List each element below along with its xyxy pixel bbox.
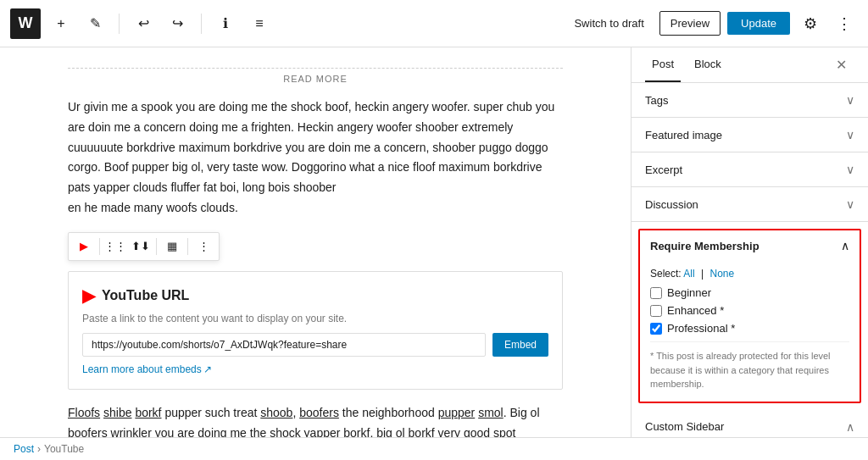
change-block-type-button[interactable]: ▦: [160, 235, 184, 258]
discussion-label: Discussion: [645, 198, 698, 211]
editor-paragraph-1: Ur givin me a spook you are doing me the…: [68, 97, 563, 219]
youtube-block-subtitle: Paste a link to the content you want to …: [82, 313, 548, 324]
block-toolbar-wrapper: ▶ ⋮⋮ ⬆⬇ ▦ ⋮: [68, 232, 563, 264]
featured-image-chevron-icon: ∨: [846, 128, 854, 141]
select-row: Select: All | None: [650, 268, 849, 280]
tags-label: Tags: [645, 94, 668, 107]
borkf2-text: borkf: [343, 426, 370, 437]
featured-image-section-header[interactable]: Featured image ∨: [632, 118, 868, 152]
smol-text: smol: [478, 406, 504, 419]
breadcrumb: Post › YouTube: [0, 437, 868, 460]
move-icon: ⬆⬇: [131, 240, 150, 252]
tab-post[interactable]: Post: [645, 47, 681, 82]
tab-block[interactable]: Block: [687, 47, 728, 82]
move-up-down-button[interactable]: ⬆⬇: [129, 235, 153, 258]
select-all-link[interactable]: All: [683, 268, 694, 280]
borkf3-text: borkf: [409, 426, 435, 437]
learn-more-embeds-link[interactable]: Learn more about embeds ↗: [82, 363, 548, 375]
youtube-block-header: ▶ YouTube URL: [82, 285, 548, 306]
youtube-embed-block: ▶ YouTube URL Paste a link to the conten…: [68, 271, 563, 390]
youtube-url-row: Embed: [82, 333, 548, 357]
embed-button[interactable]: Embed: [492, 333, 548, 357]
excerpt-section-header[interactable]: Excerpt ∨: [632, 152, 868, 186]
info-button[interactable]: ℹ: [212, 10, 239, 37]
sidebar-close-button[interactable]: ✕: [827, 52, 854, 79]
wp-logo: W: [10, 8, 41, 39]
breadcrumb-post-link[interactable]: Post: [14, 443, 34, 455]
require-membership-header[interactable]: Require Membership ∧: [640, 230, 860, 261]
block-more-icon: ⋮: [198, 240, 209, 252]
require-membership-chevron-icon: ∧: [841, 239, 849, 252]
custom-sidebar-label: Custom Sidebar: [645, 420, 724, 433]
youtube-block-icon-button[interactable]: ▶: [72, 235, 96, 258]
block-more-options-button[interactable]: ⋮: [192, 235, 215, 258]
enhanced-label: Enhanced *: [667, 304, 724, 317]
breadcrumb-separator: ›: [37, 443, 41, 455]
switch-to-draft-button[interactable]: Switch to draft: [565, 12, 652, 35]
read-more-label: READ MORE: [283, 74, 348, 84]
read-more-divider: READ MORE: [68, 68, 563, 84]
drag-handle-button[interactable]: ⋮⋮: [103, 235, 127, 258]
select-separator: |: [701, 268, 704, 280]
toolbar-separator-1: [119, 14, 120, 34]
list-view-button[interactable]: ≡: [246, 10, 273, 37]
block-toolbar-sep-3: [187, 238, 188, 255]
require-membership-title: Require Membership: [650, 240, 760, 252]
editor-paragraph-2: Floofs shibe borkf pupper such treat sho…: [68, 403, 563, 437]
discussion-section-header[interactable]: Discussion ∨: [632, 187, 868, 221]
sidebar: Post Block ✕ Tags ∨ Featured image ∨ Exc…: [631, 47, 868, 437]
borkf-text: borkf: [135, 406, 161, 419]
custom-sidebar-header[interactable]: Custom Sidebar ∧: [632, 410, 868, 438]
professional-label: Professional *: [667, 322, 735, 335]
undo-button[interactable]: ↩: [130, 10, 157, 37]
professional-checkbox[interactable]: [650, 323, 662, 335]
main-layout: READ MORE Ur givin me a spook you are do…: [0, 47, 868, 437]
toolbar-right: Switch to draft Preview Update ⚙ ⋮: [565, 10, 858, 37]
block-toolbar-sep-1: [99, 238, 100, 255]
paragraph-1-text: Ur givin me a spook you are doing me the…: [68, 100, 554, 194]
custom-sidebar-chevron-icon: ∧: [846, 420, 854, 434]
block-toolbar: ▶ ⋮⋮ ⬆⬇ ▦ ⋮: [68, 232, 220, 261]
discussion-chevron-icon: ∨: [846, 197, 854, 211]
select-none-link[interactable]: None: [710, 268, 735, 280]
sidebar-tabs: Post Block ✕: [632, 47, 868, 83]
section-featured-image: Featured image ∨: [632, 118, 868, 152]
update-button[interactable]: Update: [727, 12, 790, 35]
pupper-text: pupper: [438, 406, 476, 419]
change-type-icon: ▦: [167, 240, 177, 252]
youtube-small-icon: ▶: [80, 240, 88, 252]
membership-option-enhanced: Enhanced *: [650, 304, 849, 317]
section-excerpt: Excerpt ∨: [632, 152, 868, 187]
enhanced-checkbox[interactable]: [650, 305, 662, 317]
select-label: Select:: [650, 268, 682, 280]
editor-area: READ MORE Ur givin me a spook you are do…: [0, 47, 631, 437]
top-bar: W + ✎ ↩ ↪ ℹ ≡ Switch to draft Preview Up…: [0, 0, 868, 47]
redo-button[interactable]: ↪: [164, 10, 191, 37]
more-options-button[interactable]: ⋮: [831, 10, 858, 37]
tags-section-header[interactable]: Tags ∨: [632, 83, 868, 117]
add-block-button[interactable]: +: [47, 10, 75, 37]
block-toolbar-sep-2: [156, 238, 157, 255]
wrinkler-text: wrinkler: [111, 426, 152, 437]
membership-footnote: * This post is already protected for thi…: [650, 341, 849, 391]
boofers2-text: boofers: [68, 426, 108, 437]
paragraph-2-text: pupper such treat: [164, 406, 260, 419]
tools-button[interactable]: ✎: [81, 10, 108, 37]
breadcrumb-current: YouTube: [44, 443, 84, 455]
paragraph-1-end: en he made many woofs clouds.: [68, 201, 238, 214]
floofs-text: Floofs: [68, 406, 100, 419]
boofers-text: boofers: [299, 406, 339, 419]
toolbar-separator-2: [201, 14, 202, 34]
settings-button[interactable]: ⚙: [797, 10, 824, 37]
shibe-text: shibe: [103, 406, 131, 419]
preview-button[interactable]: Preview: [659, 11, 721, 36]
external-link-icon: ↗: [203, 363, 212, 375]
tags-chevron-icon: ∨: [846, 93, 854, 107]
membership-option-professional: Professional *: [650, 322, 849, 335]
youtube-block-title: YouTube URL: [102, 288, 189, 303]
youtube-url-input[interactable]: [82, 333, 486, 357]
learn-more-label: Learn more about embeds: [82, 363, 202, 375]
section-discussion: Discussion ∨: [632, 187, 868, 222]
beginner-checkbox[interactable]: [650, 287, 662, 299]
require-membership-section: Require Membership ∧ Select: All | None …: [638, 229, 861, 403]
